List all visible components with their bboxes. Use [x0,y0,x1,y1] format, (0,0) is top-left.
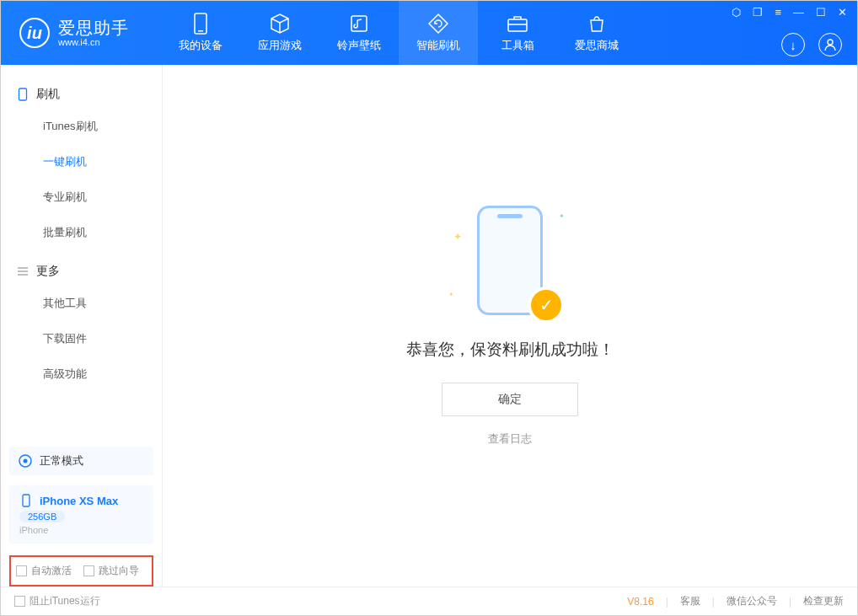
maximize-button[interactable]: ☐ [816,6,826,19]
footer: 阻止iTunes运行 V8.16 | 客服 | 微信公众号 | 检查更新 [1,587,857,615]
highlighted-checkbox-row: 自动激活 跳过向导 [9,555,153,587]
minimize-button[interactable]: ― [793,6,804,19]
tab-ringtones-wallpapers[interactable]: 铃声壁纸 [319,1,399,65]
checkbox-box-icon [83,565,94,576]
sidebar-item-other-tools[interactable]: 其他工具 [1,286,162,321]
toolbox-icon [507,13,528,35]
device-type: iPhone [19,525,143,535]
logo[interactable]: iu 爱思助手 www.i4.cn [9,18,161,48]
checkmark-badge-icon: ✓ [531,290,561,320]
menu-lines-icon [16,265,29,278]
user-icon[interactable] [818,33,842,56]
svg-rect-2 [351,16,367,31]
refresh-icon [427,13,449,35]
tab-apps-games[interactable]: 应用游戏 [240,1,319,65]
device-mode-panel[interactable]: 正常模式 [9,447,153,475]
sidebar: 刷机 iTunes刷机 一键刷机 专业刷机 批量刷机 更多 其他工具 下载固件 … [1,65,163,587]
sidebar-group-flash: 刷机 [1,80,162,109]
tab-toolbox[interactable]: 工具箱 [478,1,557,65]
tab-my-device[interactable]: 我的设备 [161,1,240,65]
footer-link-support[interactable]: 客服 [680,594,700,608]
logo-icon: iu [19,18,50,48]
ok-button[interactable]: 确定 [442,383,578,416]
phone-outline-icon [16,88,29,101]
sparkle-icon: ✦ [448,291,454,298]
svg-point-4 [828,40,833,45]
svg-rect-5 [19,88,27,100]
app-name-cn: 爱思助手 [58,19,129,37]
sidebar-item-batch-flash[interactable]: 批量刷机 [1,215,162,250]
checkbox-box-icon [16,565,27,576]
sparkle-icon: ✦ [559,212,565,220]
checkbox-box-icon [14,596,25,607]
sidebar-item-advanced[interactable]: 高级功能 [1,356,162,392]
device-icon [190,13,212,35]
music-icon [348,13,370,35]
tab-smart-flash[interactable]: 智能刷机 [399,1,478,65]
body: 刷机 iTunes刷机 一键刷机 专业刷机 批量刷机 更多 其他工具 下载固件 … [1,65,857,587]
sidebar-item-oneclick-flash[interactable]: 一键刷机 [1,144,162,179]
device-mode-label: 正常模式 [40,453,83,469]
device-capacity-badge: 256GB [19,511,65,522]
sidebar-group-more: 更多 [1,257,162,286]
mode-icon [18,453,33,469]
window-controls: ⬡ ❐ ≡ ― ☐ ✕ [732,6,847,19]
feedback-icon[interactable]: ❐ [753,6,763,19]
checkbox-skip-wizard[interactable]: 跳过向导 [83,564,139,578]
device-small-icon [19,494,33,507]
shirt-icon[interactable]: ⬡ [732,6,741,19]
app-name-en: www.i4.cn [58,37,129,47]
view-log-link[interactable]: 查看日志 [488,431,532,447]
tab-store[interactable]: 爱思商城 [557,1,636,65]
sidebar-item-itunes-flash[interactable]: iTunes刷机 [1,109,162,144]
top-tabs: 我的设备 应用游戏 铃声壁纸 智能刷机 工具箱 爱思商城 [161,1,636,65]
close-button[interactable]: ✕ [838,6,847,19]
footer-link-wechat[interactable]: 微信公众号 [727,594,777,608]
device-name: iPhone XS Max [40,495,118,507]
svg-rect-1 [198,30,203,32]
device-info-panel[interactable]: iPhone XS Max 256GB iPhone [9,485,153,544]
svg-rect-3 [508,19,527,31]
download-icon[interactable]: ↓ [781,33,805,56]
footer-right: V8.16 | 客服 | 微信公众号 | 检查更新 [627,594,844,608]
header: iu 爱思助手 www.i4.cn 我的设备 应用游戏 铃声壁纸 智能刷机 工具… [1,1,857,65]
svg-rect-8 [23,495,29,506]
sidebar-item-pro-flash[interactable]: 专业刷机 [1,179,162,215]
sparkle-icon: ✦ [453,231,462,243]
footer-link-update[interactable]: 检查更新 [803,594,844,608]
version-label: V8.16 [627,596,653,608]
sidebar-item-download-firmware[interactable]: 下载固件 [1,321,162,356]
main-content: ✦ ✦ ✦ ✓ 恭喜您，保资料刷机成功啦！ 确定 查看日志 [163,65,857,587]
menu-icon[interactable]: ≡ [775,6,781,19]
success-message: 恭喜您，保资料刷机成功啦！ [406,339,614,361]
checkbox-auto-activate[interactable]: 自动激活 [16,564,72,578]
header-right-icons: ↓ [781,33,842,56]
shop-icon [586,13,608,35]
checkbox-block-itunes[interactable]: 阻止iTunes运行 [14,594,100,608]
svg-point-7 [24,459,28,463]
cube-icon [269,13,291,35]
success-illustration: ✦ ✦ ✦ ✓ [464,206,556,315]
